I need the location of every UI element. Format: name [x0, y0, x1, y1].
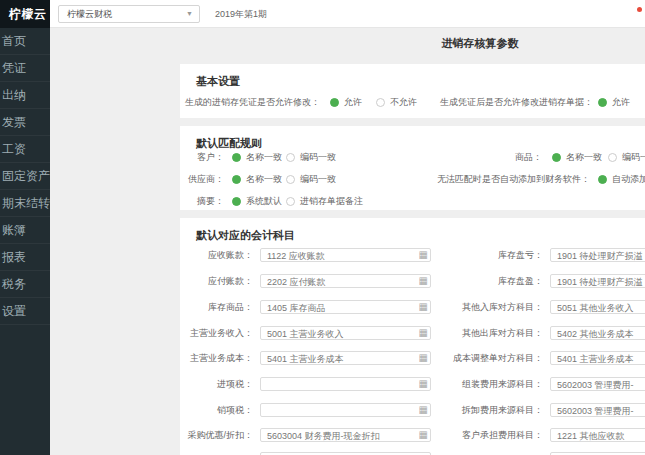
- radio-selected-icon[interactable]: [232, 153, 241, 162]
- account-input[interactable]: 5401 主营业务成本▦: [550, 351, 645, 365]
- account-input-value: 5603004 财务费用-现金折扣: [267, 431, 380, 441]
- radio-label: 名称一致: [566, 151, 602, 164]
- account-input[interactable]: 2202 应付账款▦: [260, 274, 431, 288]
- account-input-value: 1901 待处理财产损溢: [557, 277, 643, 287]
- sidebar-item-settings[interactable]: 设置: [0, 298, 50, 325]
- account-input[interactable]: 1901 待处理财产损溢▦: [550, 274, 645, 288]
- sidebar-item-salary[interactable]: 工资: [0, 136, 50, 163]
- radio-unselected-icon[interactable]: [286, 197, 295, 206]
- sidebar-item-invoice[interactable]: 发票: [0, 109, 50, 136]
- page-title: 进销存核算参数: [180, 36, 645, 51]
- account-input[interactable]: ▦: [260, 377, 431, 391]
- matching-row-supplier: 供应商： 名称一致 编码一致 无法匹配时是否自动添加到财务软件： 自动添加: [180, 172, 645, 186]
- sidebar-item-period-end[interactable]: 期末结转: [0, 190, 50, 217]
- account-input[interactable]: 1405 库存商品▦: [260, 300, 431, 314]
- account-input[interactable]: 5602003 管理费用-▦: [550, 377, 645, 391]
- field-label: 拆卸费用来源科目：: [430, 403, 543, 417]
- field-label: 主营业务收入：: [180, 326, 253, 340]
- account-input[interactable]: 5001 主营业务收入▦: [260, 326, 431, 340]
- field-label: 生成凭证后是否允许修改进销存单据：: [440, 95, 590, 109]
- field-label: 库存盘盈：: [430, 274, 543, 288]
- radio-option[interactable]: 自动添加: [598, 172, 645, 186]
- sidebar-item-voucher[interactable]: 凭证: [0, 55, 50, 82]
- radio-unselected-icon[interactable]: [286, 175, 295, 184]
- radio-selected-icon[interactable]: [552, 153, 561, 162]
- section-matching-rules: 默认匹配规则 客户： 名称一致 编码一致 商品： 名称一致 编码一致 供应商： …: [180, 126, 645, 210]
- account-picker-icon[interactable]: ▦: [419, 378, 428, 390]
- radio-label: 名称一致: [246, 151, 282, 164]
- account-input[interactable]: 5051 其他业务收入▦: [550, 300, 645, 314]
- account-input-value: 5001 主营业务收入: [267, 329, 344, 339]
- radio-option-disallow[interactable]: 不允许: [376, 95, 417, 109]
- sidebar-item-home[interactable]: 首页: [0, 28, 50, 55]
- account-picker-icon[interactable]: ▦: [419, 429, 428, 441]
- account-input[interactable]: 1122 应收账款▦: [260, 248, 431, 262]
- section-heading: 基本设置: [196, 74, 240, 89]
- radio-selected-icon[interactable]: [232, 175, 241, 184]
- subject-row: 主营业务成本： 5401 主营业务成本▦ 成本调整单对方科目： 5401 主营业…: [180, 351, 645, 365]
- sidebar-item-fixed-assets[interactable]: 固定资产: [0, 163, 50, 190]
- field-label: 库存盘亏：: [430, 248, 543, 262]
- account-input[interactable]: 5401 主营业务成本▦: [260, 351, 431, 365]
- account-input[interactable]: 5603004 财务费用-现金折扣▦: [260, 428, 431, 442]
- section-heading: 默认匹配规则: [196, 136, 262, 151]
- radio-unselected-icon[interactable]: [376, 98, 385, 107]
- field-label: 客户承担费用科目：: [430, 428, 543, 442]
- field-label: 商品：: [480, 150, 542, 164]
- sidebar-item-ledger[interactable]: 账簿: [0, 217, 50, 244]
- company-select[interactable]: 柠檬云财税 ▼: [58, 5, 200, 23]
- app-logo: 柠檬云: [0, 0, 50, 28]
- radio-option[interactable]: 系统默认: [232, 194, 282, 208]
- account-picker-icon[interactable]: ▦: [419, 275, 428, 287]
- account-input[interactable]: 5602003 管理费用-▦: [550, 403, 645, 417]
- radio-option[interactable]: 进销存单据备注: [286, 194, 363, 208]
- radio-option[interactable]: 名称一致: [552, 150, 602, 164]
- account-input[interactable]: 1221 其他应收款▦: [550, 428, 645, 442]
- section-heading: 默认对应的会计科目: [196, 228, 295, 243]
- account-input-value: 5051 其他业务收入: [557, 303, 634, 313]
- account-input-value: 5401 主营业务成本: [557, 354, 634, 364]
- radio-selected-icon[interactable]: [232, 197, 241, 206]
- field-label: 进项税：: [180, 377, 253, 391]
- radio-option-allow[interactable]: 允许: [330, 95, 362, 109]
- account-input-value: 5602003 管理费用-: [557, 406, 634, 416]
- account-picker-icon[interactable]: ▦: [419, 404, 428, 416]
- radio-selected-icon[interactable]: [598, 98, 607, 107]
- field-label: 库存商品：: [180, 300, 253, 314]
- account-picker-icon[interactable]: ▦: [419, 352, 428, 364]
- radio-label: 系统默认: [246, 195, 282, 208]
- field-label: 其他入库对方科目：: [430, 300, 543, 314]
- account-picker-icon[interactable]: ▦: [419, 301, 428, 313]
- subject-row: 应收账款： 1122 应收账款▦ 库存盘亏： 1901 待处理财产损溢▦: [180, 248, 645, 262]
- radio-option[interactable]: 名称一致: [232, 172, 282, 186]
- account-input-value: 1122 应收账款: [267, 251, 325, 261]
- field-label: 无法匹配时是否自动添加到财务软件：: [415, 172, 590, 186]
- radio-selected-icon[interactable]: [598, 175, 607, 184]
- field-label: 成本调整单对方科目：: [430, 351, 543, 365]
- matching-row-summary: 摘要： 系统默认 进销存单据备注: [180, 194, 645, 208]
- radio-label: 名称一致: [246, 173, 282, 186]
- sidebar-nav: 首页 凭证 出纳 发票 工资 固定资产 期末结转 账簿 报表 税务 设置: [0, 28, 50, 325]
- radio-option[interactable]: 名称一致: [232, 150, 282, 164]
- account-input[interactable]: ▦: [260, 403, 431, 417]
- radio-unselected-icon[interactable]: [286, 153, 295, 162]
- radio-option[interactable]: 编码一致: [608, 150, 645, 164]
- account-input[interactable]: 5402 其他业务成本▦: [550, 326, 645, 340]
- radio-label: 不允许: [390, 96, 417, 109]
- account-input-value: 5401 主营业务成本: [267, 354, 344, 364]
- account-picker-icon[interactable]: ▦: [419, 327, 428, 339]
- radio-unselected-icon[interactable]: [608, 153, 617, 162]
- radio-option-allow[interactable]: 允许: [598, 95, 630, 109]
- radio-selected-icon[interactable]: [330, 98, 339, 107]
- field-label: 摘要：: [180, 194, 224, 208]
- field-label: 采购优惠/折扣：: [180, 428, 253, 442]
- account-input[interactable]: 1901 待处理财产损溢▦: [550, 248, 645, 262]
- sidebar-item-tax[interactable]: 税务: [0, 271, 50, 298]
- company-select-value: 柠檬云财税: [67, 9, 112, 19]
- sidebar-item-reports[interactable]: 报表: [0, 244, 50, 271]
- radio-option[interactable]: 编码一致: [286, 172, 336, 186]
- account-picker-icon[interactable]: ▦: [419, 249, 428, 261]
- radio-option[interactable]: 编码一致: [286, 150, 336, 164]
- sidebar-item-cashier[interactable]: 出纳: [0, 82, 50, 109]
- account-input-value: 5402 其他业务成本: [557, 329, 634, 339]
